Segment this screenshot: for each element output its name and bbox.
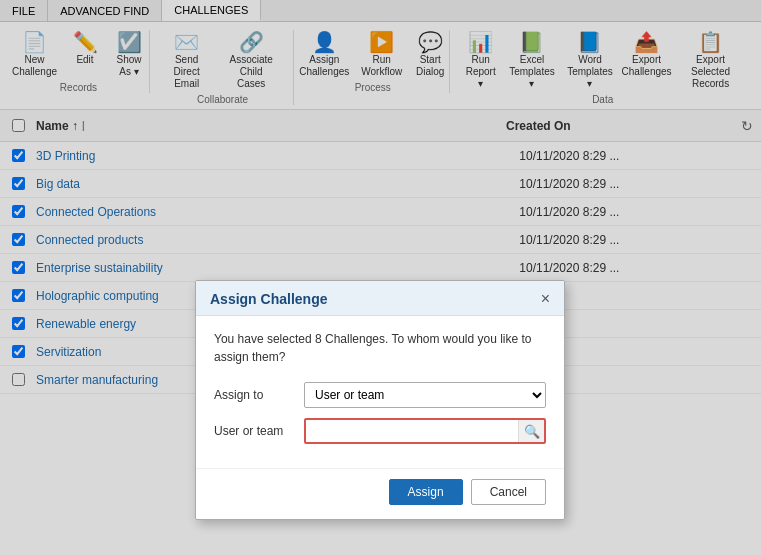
nav-tab-challenges[interactable]: CHALLENGES: [162, 0, 261, 21]
run-report-icon: 📊: [468, 32, 493, 52]
data-group-label: Data: [592, 94, 613, 105]
refresh-button[interactable]: ↻: [741, 118, 753, 134]
ribbon-group-data: 📊 RunReport ▾ 📗 ExcelTemplates ▾ 📘 WordT…: [452, 30, 753, 105]
ribbon-group-process: 👤 AssignChallenges ▶️ RunWorkflow 💬 Star…: [296, 30, 450, 93]
modal-header: Assign Challenge ×: [196, 281, 564, 316]
row-date-connected-products: 10/11/2020 8:29 ...: [519, 233, 761, 247]
column-header-created-on: Created On: [506, 119, 741, 133]
row-name-3dprinting[interactable]: 3D Printing: [36, 149, 519, 163]
assign-challenges-icon: 👤: [312, 32, 337, 52]
ribbon-group-collaborate: ✉️ Send DirectEmail 🔗 Associate ChildCas…: [152, 30, 294, 105]
modal-body: You have selected 8 Challenges. To whom …: [196, 316, 564, 468]
row-checkbox-smarter[interactable]: [12, 373, 25, 386]
collaborate-group-label: Collaborate: [197, 94, 248, 105]
row-checkbox-holographic[interactable]: [12, 289, 25, 302]
row-date-3dprinting: 10/11/2020 8:29 ...: [519, 149, 761, 163]
assign-challenges-button[interactable]: 👤 AssignChallenges: [295, 30, 353, 80]
nav-tab-file[interactable]: FILE: [0, 0, 48, 21]
ribbon-group-records: 📄 NewChallenge ✏️ Edit ☑️ ShowAs ▾ Recor…: [8, 30, 150, 93]
associate-child-cases-icon: 🔗: [239, 32, 264, 52]
new-challenge-icon: 📄: [22, 32, 47, 52]
row-checkbox-enterprise-sustainability[interactable]: [12, 261, 25, 274]
row-date-bigdata: 10/11/2020 8:29 ...: [519, 177, 761, 191]
sort-divider: |: [82, 120, 85, 131]
assign-to-select[interactable]: User or team: [304, 382, 546, 408]
select-all-checkbox[interactable]: [12, 119, 25, 132]
edit-button[interactable]: ✏️ Edit: [65, 30, 105, 68]
user-team-row: User or team 🔍: [214, 418, 546, 444]
export-challenges-button[interactable]: 📤 ExportChallenges: [621, 30, 672, 80]
send-direct-email-button[interactable]: ✉️ Send DirectEmail: [160, 30, 213, 92]
row-name-connected-products[interactable]: Connected products: [36, 233, 519, 247]
grid-header: Name ↑ | Created On ↻: [0, 110, 761, 142]
assign-button[interactable]: Assign: [389, 479, 463, 505]
row-checkbox-renewable[interactable]: [12, 317, 25, 330]
assign-to-label: Assign to: [214, 388, 304, 402]
process-group-label: Process: [355, 82, 391, 93]
export-challenges-icon: 📤: [634, 32, 659, 52]
excel-templates-button[interactable]: 📗 ExcelTemplates ▾: [505, 30, 559, 92]
top-nav: FILE ADVANCED FIND CHALLENGES: [0, 0, 761, 22]
associate-child-cases-button[interactable]: 🔗 Associate ChildCases: [217, 30, 285, 92]
column-header-name: Name ↑ |: [36, 119, 506, 133]
records-group-label: Records: [60, 82, 97, 93]
row-checkbox-connected-products[interactable]: [12, 233, 25, 246]
run-report-button[interactable]: 📊 RunReport ▾: [460, 30, 501, 92]
run-workflow-icon: ▶️: [369, 32, 394, 52]
run-workflow-button[interactable]: ▶️ RunWorkflow: [357, 30, 406, 80]
table-row: Big data 10/11/2020 8:29 ...: [0, 170, 761, 198]
new-challenge-button[interactable]: 📄 NewChallenge: [8, 30, 61, 80]
word-templates-icon: 📘: [577, 32, 602, 52]
export-selected-records-button[interactable]: 📋 Export SelectedRecords: [676, 30, 745, 92]
table-row: 3D Printing 10/11/2020 8:29 ...: [0, 142, 761, 170]
export-selected-records-icon: 📋: [698, 32, 723, 52]
cancel-button[interactable]: Cancel: [471, 479, 546, 505]
row-name-bigdata[interactable]: Big data: [36, 177, 519, 191]
table-row: Connected products 10/11/2020 8:29 ...: [0, 226, 761, 254]
modal-title: Assign Challenge: [210, 291, 327, 307]
user-team-label: User or team: [214, 424, 304, 438]
show-as-button[interactable]: ☑️ ShowAs ▾: [109, 30, 149, 80]
row-date-enterprise-sustainability: 10/11/2020 8:29 ...: [519, 261, 761, 275]
start-dialog-icon: 💬: [418, 32, 443, 52]
assign-challenge-modal: Assign Challenge × You have selected 8 C…: [195, 280, 565, 520]
modal-close-button[interactable]: ×: [541, 291, 550, 307]
row-checkbox-servitization[interactable]: [12, 345, 25, 358]
assign-to-row: Assign to User or team: [214, 382, 546, 408]
row-date-connected-operations: 10/11/2020 8:29 ...: [519, 205, 761, 219]
start-dialog-button[interactable]: 💬 StartDialog: [410, 30, 450, 80]
excel-templates-icon: 📗: [519, 32, 544, 52]
table-row: Connected Operations 10/11/2020 8:29 ...: [0, 198, 761, 226]
send-direct-email-icon: ✉️: [174, 32, 199, 52]
row-name-enterprise-sustainability[interactable]: Enterprise sustainability: [36, 261, 519, 275]
row-checkbox-connected-ops[interactable]: [12, 205, 25, 218]
word-templates-button[interactable]: 📘 WordTemplates ▾: [563, 30, 617, 92]
user-team-input-wrap: 🔍: [304, 418, 546, 444]
table-row: Enterprise sustainability 10/11/2020 8:2…: [0, 254, 761, 282]
nav-tab-advanced-find[interactable]: ADVANCED FIND: [48, 0, 162, 21]
modal-description: You have selected 8 Challenges. To whom …: [214, 330, 546, 366]
modal-footer: Assign Cancel: [196, 468, 564, 519]
user-team-search-button[interactable]: 🔍: [518, 420, 544, 442]
row-checkbox-bigdata[interactable]: [12, 177, 25, 190]
edit-icon: ✏️: [73, 32, 98, 52]
ribbon: 📄 NewChallenge ✏️ Edit ☑️ ShowAs ▾ Recor…: [0, 22, 761, 110]
row-checkbox-3dprinting[interactable]: [12, 149, 25, 162]
row-name-connected-operations[interactable]: Connected Operations: [36, 205, 519, 219]
user-team-input[interactable]: [306, 420, 518, 442]
show-as-icon: ☑️: [117, 32, 142, 52]
